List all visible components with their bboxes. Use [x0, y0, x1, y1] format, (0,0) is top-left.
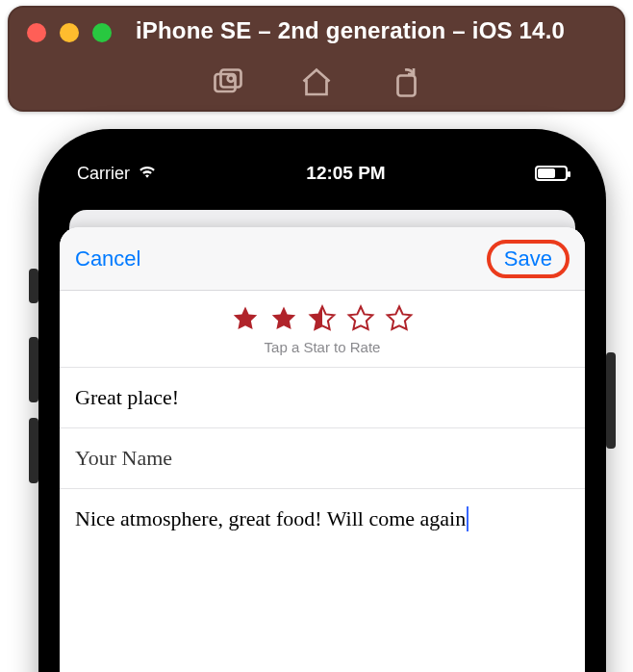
rotate-icon[interactable] — [388, 65, 422, 100]
simulator-window-title: iPhone SE – 2nd generation – iOS 14.0 — [8, 17, 625, 44]
star-1-icon[interactable] — [231, 304, 260, 333]
iphone-device-frame: Carrier 12:05 PM Cancel Save — [38, 129, 606, 672]
wifi-icon — [138, 164, 157, 184]
star-4-icon[interactable] — [346, 304, 375, 333]
star-2-icon[interactable] — [269, 304, 298, 333]
home-icon[interactable] — [299, 65, 334, 100]
svg-rect-3 — [398, 76, 416, 96]
rating-section: Tap a Star to Rate — [60, 291, 585, 368]
battery-icon — [535, 166, 568, 181]
star-3-half-icon[interactable] — [308, 304, 337, 333]
save-button-highlight-ring: Save — [487, 240, 570, 278]
star-rating-control[interactable] — [60, 304, 585, 333]
screenshot-icon[interactable] — [211, 65, 245, 100]
volume-up-button[interactable] — [29, 337, 38, 402]
iphone-screen: Carrier 12:05 PM Cancel Save — [60, 150, 585, 672]
body-textarea[interactable]: Nice atmosphere, great food! Will come a… — [60, 489, 585, 549]
status-bar: Carrier 12:05 PM — [60, 150, 585, 196]
cancel-button[interactable]: Cancel — [75, 246, 140, 271]
status-time: 12:05 PM — [306, 163, 385, 184]
mute-switch[interactable] — [29, 269, 38, 303]
side-power-button[interactable] — [606, 352, 616, 449]
title-input[interactable]: Great place! — [60, 368, 585, 428]
review-modal: Cancel Save — [60, 227, 585, 672]
svg-point-2 — [228, 75, 235, 82]
simulator-window-titlebar: iPhone SE – 2nd generation – iOS 14.0 — [8, 6, 625, 112]
text-cursor — [467, 506, 468, 531]
volume-down-button[interactable] — [29, 418, 38, 483]
body-textarea-value: Nice atmosphere, great food! Will come a… — [75, 506, 466, 531]
name-input-placeholder: Your Name — [75, 446, 172, 470]
rating-hint-label: Tap a Star to Rate — [60, 339, 585, 355]
svg-rect-1 — [221, 70, 241, 88]
modal-nav-bar: Cancel Save — [60, 227, 585, 291]
save-button[interactable]: Save — [504, 246, 552, 271]
title-input-value: Great place! — [75, 385, 179, 409]
carrier-label: Carrier — [77, 164, 130, 184]
star-5-icon[interactable] — [385, 304, 414, 333]
name-input[interactable]: Your Name — [60, 428, 585, 489]
simulator-toolbar — [8, 56, 625, 110]
